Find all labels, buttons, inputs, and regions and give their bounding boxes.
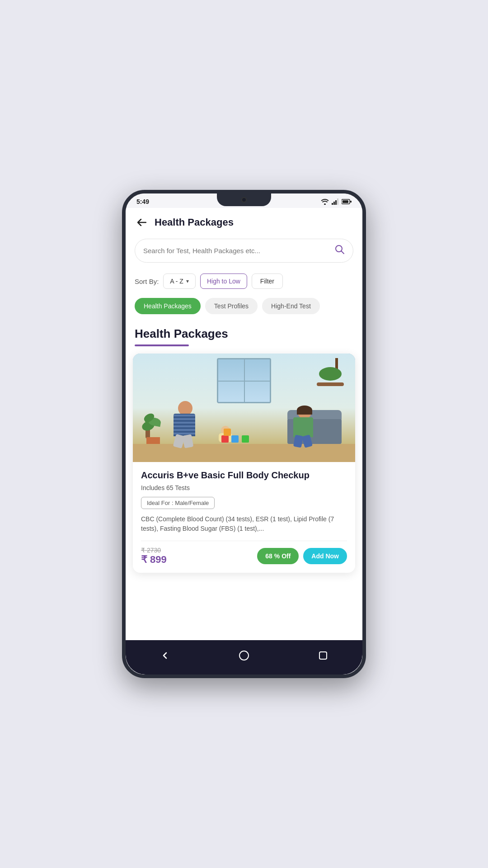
tab-high-end-test[interactable]: High-End Test (262, 298, 320, 314)
svg-rect-6 (343, 200, 348, 203)
toy-blocks (221, 435, 249, 445)
wifi-icon (321, 198, 329, 205)
price-original: ₹ 2730 (141, 547, 167, 554)
ideal-for-badge: Ideal For : Male/Female (141, 497, 215, 509)
svg-rect-2 (333, 202, 335, 205)
page-title: Health Packages (155, 217, 234, 228)
nav-bar (126, 640, 362, 675)
search-svg-icon (335, 245, 345, 255)
signal-icon (332, 198, 339, 205)
section-title-area: Health Packages (126, 323, 362, 354)
phone-inner: 5:49 (126, 193, 362, 675)
title-underline (135, 344, 189, 346)
card-actions: 68 % Off Add Now (257, 548, 347, 564)
nav-back-button[interactable] (155, 646, 175, 665)
search-box (135, 239, 353, 263)
card-title: Accuris B+ve Basic Full Body Checkup (141, 470, 347, 481)
sort-label: Sort By: (135, 278, 159, 285)
search-icon[interactable] (335, 245, 345, 257)
filter-button[interactable]: Filter (252, 274, 283, 289)
family-scene-illustration (133, 354, 355, 462)
nav-back-icon (160, 650, 170, 661)
svg-rect-7 (350, 201, 352, 203)
svg-point-9 (239, 651, 249, 660)
svg-point-0 (324, 203, 326, 205)
svg-rect-4 (337, 198, 338, 205)
svg-rect-10 (319, 652, 327, 659)
tab-test-profiles-label: Test Profiles (214, 302, 249, 310)
price-discounted: ₹ 899 (141, 554, 167, 566)
card-body: Accuris B+ve Basic Full Body Checkup Inc… (133, 462, 355, 573)
status-icons (321, 198, 352, 205)
app-content[interactable]: Health Packages Sort By: (126, 208, 362, 640)
tab-pills: Health Packages Test Profiles High-End T… (126, 296, 362, 323)
card-image (133, 354, 355, 462)
search-input[interactable] (143, 247, 335, 255)
floor-decoration (133, 444, 355, 462)
bonsai-decoration (329, 358, 344, 386)
svg-rect-1 (332, 203, 333, 205)
add-now-button[interactable]: Add Now (303, 548, 347, 564)
card-divider (141, 541, 347, 541)
tab-health-packages-label: Health Packages (144, 302, 192, 310)
status-time: 5:49 (136, 198, 149, 205)
nav-home-button[interactable] (234, 646, 254, 665)
filter-label: Filter (260, 278, 274, 285)
tab-high-end-test-label: High-End Test (271, 302, 311, 310)
header: Health Packages (126, 208, 362, 235)
mom-figure (290, 406, 319, 446)
battery-icon (342, 199, 352, 204)
sort-high-to-low-button[interactable]: High to Low (200, 274, 247, 289)
back-button[interactable] (135, 215, 149, 230)
card-description: CBC (Complete Blood Count) (34 tests), E… (141, 514, 347, 533)
card-tests-count: Includes 65 Tests (141, 484, 347, 491)
phone-frame: 5:49 (122, 190, 366, 678)
back-arrow-icon (137, 219, 146, 226)
notch (217, 193, 271, 206)
nav-recent-button[interactable] (313, 646, 333, 665)
plant-decoration (142, 412, 164, 448)
card-footer: ₹ 2730 ₹ 899 68 % Off Add Now (141, 547, 347, 566)
svg-rect-3 (335, 200, 337, 205)
sort-high-to-low-label: High to Low (207, 278, 240, 285)
dad-figure (169, 401, 201, 446)
section-title: Health Packages (135, 327, 353, 341)
sort-az-button[interactable]: A - Z ▾ (163, 274, 196, 289)
sort-az-label: A - Z (170, 278, 183, 285)
tab-health-packages[interactable]: Health Packages (135, 298, 201, 314)
window-decoration (217, 358, 271, 403)
tab-test-profiles[interactable]: Test Profiles (205, 298, 258, 314)
nav-recent-icon (318, 651, 328, 660)
chevron-down-icon: ▾ (186, 278, 189, 284)
sort-row: Sort By: A - Z ▾ High to Low Filter (126, 270, 362, 296)
nav-home-icon (239, 650, 249, 661)
product-card: Accuris B+ve Basic Full Body Checkup Inc… (133, 354, 355, 573)
search-container (126, 235, 362, 270)
camera (241, 197, 247, 203)
discount-badge: 68 % Off (257, 548, 299, 564)
price-area: ₹ 2730 ₹ 899 (141, 547, 167, 566)
